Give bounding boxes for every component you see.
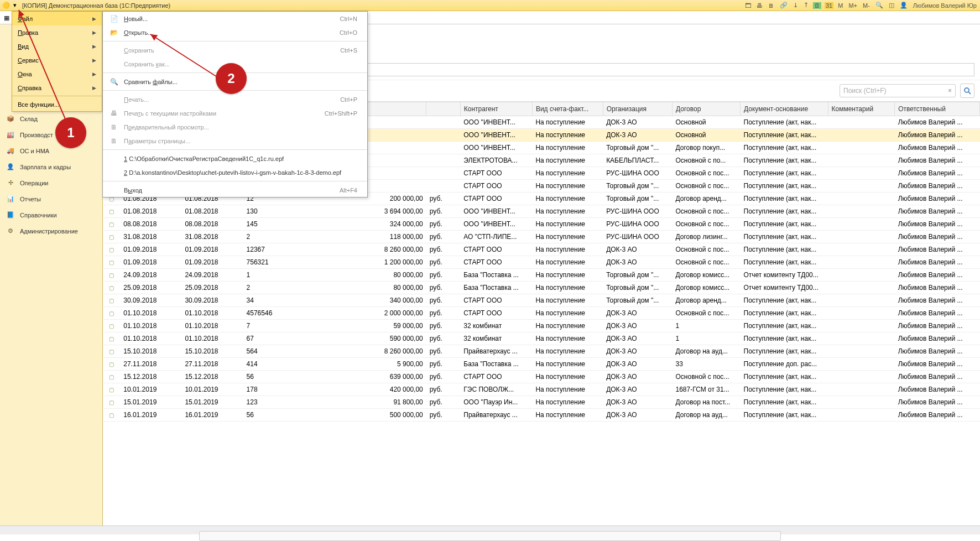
- table-row[interactable]: ▢10.01.201910.01.2019178420 000,00руб.ГЭ…: [103, 383, 980, 396]
- column-header[interactable]: [426, 102, 461, 116]
- user-icon: 👤: [899, 2, 909, 9]
- table-row[interactable]: ▢30.09.201830.09.201834340 000,00руб.СТА…: [103, 294, 980, 307]
- search-placeholder: Поиск (Ctrl+F): [843, 87, 887, 95]
- sidebar-icon: 🏭: [7, 131, 14, 138]
- submenu-item[interactable]: 📄Новый...Ctrl+N: [103, 12, 367, 25]
- download-icon[interactable]: ⤒: [802, 2, 810, 9]
- svg-line-1: [968, 92, 971, 94]
- submenu-item[interactable]: 1 C:\Обработки\ОчисткаРегистраСведений1C…: [103, 152, 367, 165]
- doc-icon[interactable]: 🗎: [767, 2, 775, 9]
- search-input[interactable]: Поиск (Ctrl+F) ×: [840, 84, 956, 97]
- table-row[interactable]: ▢16.01.201916.01.201956500 000,00руб.Пра…: [103, 409, 980, 422]
- table-row[interactable]: ▢01.10.201801.10.201867590 000,00руб.32 …: [103, 332, 980, 345]
- table-row[interactable]: ▢08.08.201808.08.2018145324 000,00руб.ОО…: [103, 218, 980, 231]
- column-header[interactable]: Документ-основание: [741, 102, 828, 116]
- sidebar-item[interactable]: 📦Склад: [0, 111, 102, 127]
- sidebar-item[interactable]: 📘Справочники: [0, 207, 102, 223]
- m-plus-button[interactable]: M+: [847, 2, 858, 9]
- sidebar-icon: ✢: [7, 179, 14, 186]
- sidebar-icon: 🚚: [7, 147, 14, 154]
- menu-item[interactable]: Все функции...: [12, 97, 102, 111]
- sidebar-icon: 📦: [7, 115, 14, 122]
- table-row[interactable]: ▢01.10.201801.10.201845765462 000 000,00…: [103, 307, 980, 320]
- title-bar: 🟡 ▾ [КОПИЯ] Демонстрационная база (1С:Пр…: [0, 0, 980, 11]
- zoom-icon[interactable]: 🔍: [874, 2, 884, 9]
- column-header[interactable]: Комментарий: [828, 102, 895, 116]
- submenu-item: 🖶Печать с текущими настройкамиCtrl+Shift…: [103, 106, 367, 120]
- file-submenu-panel: 📄Новый...Ctrl+N📂Открыть...Ctrl+OСохранит…: [102, 11, 368, 197]
- table-row[interactable]: ▢15.12.201815.12.201856639 000,00руб.СТА…: [103, 371, 980, 383]
- clear-search-icon[interactable]: ×: [948, 87, 952, 95]
- table-row[interactable]: ▢31.08.201831.08.20182118 000,00руб.АО "…: [103, 231, 980, 243]
- window-title: [КОПИЯ] Демонстрационная база (1С:Предпр…: [22, 2, 170, 9]
- title-toolbar: 🗔 🖶 🗎 🔗 ⤓ ⤒ 🗓 31 M M+ M- 🔍 ◫ 👤 Любимов В…: [744, 2, 978, 9]
- submenu-item[interactable]: ВыходAlt+F4: [103, 183, 367, 197]
- sidebar-item[interactable]: 🏭Производст: [0, 127, 102, 143]
- sidebar-icon: 📘: [7, 211, 14, 219]
- link-icon[interactable]: 🔗: [779, 2, 789, 9]
- table-row[interactable]: ▢01.09.201801.09.20187563211 200 000,00р…: [103, 256, 980, 269]
- submenu-item[interactable]: 2 D:\a.konstantinov\Desktop\uchet-putevi…: [103, 165, 367, 179]
- app-logo-icon: 🟡: [2, 2, 10, 9]
- sidebar-icon: 👤: [7, 163, 14, 170]
- table-row[interactable]: ▢01.09.201801.09.2018123678 260 000,00ру…: [103, 243, 980, 256]
- annotation-marker-1: 1: [55, 117, 86, 148]
- table-row[interactable]: ▢01.08.201801.08.20181303 694 000,00руб.…: [103, 205, 980, 218]
- sidebar-item[interactable]: ✢Операции: [0, 175, 102, 191]
- svg-point-0: [965, 88, 969, 92]
- submenu-item: 🗎Предварительный просмотр...: [103, 120, 367, 134]
- sidebar-item[interactable]: 📊Отчеты: [0, 191, 102, 207]
- submenu-item: Печать...Ctrl+P: [103, 92, 367, 106]
- taskbar-tab[interactable]: [199, 531, 781, 541]
- calc-icon[interactable]: 🗓: [813, 2, 821, 9]
- submenu-item[interactable]: 📂Открыть...Ctrl+O: [103, 25, 367, 39]
- menu-item[interactable]: Справка▶: [12, 81, 102, 95]
- upload-icon[interactable]: ⤓: [792, 2, 799, 9]
- submenu-item: СохранитьCtrl+S: [103, 43, 367, 57]
- org-field[interactable]: [270, 63, 974, 76]
- print-preview-icon[interactable]: 🗔: [744, 2, 752, 9]
- m-minus-button[interactable]: M-: [862, 2, 871, 9]
- panel-icon[interactable]: ◫: [888, 2, 895, 9]
- menu-item[interactable]: Файл▶: [12, 12, 102, 25]
- column-header[interactable]: Договор: [673, 102, 741, 116]
- column-header[interactable]: Контрагент: [460, 102, 532, 116]
- m-button[interactable]: M: [837, 2, 844, 9]
- user-name[interactable]: Любимов Валерий Юр: [912, 2, 978, 9]
- menu-item[interactable]: Правка▶: [12, 25, 102, 39]
- task-bar: [0, 534, 980, 541]
- column-header[interactable]: Ответственный: [895, 102, 980, 116]
- column-header[interactable]: Вид счета-факт...: [532, 102, 603, 116]
- column-header[interactable]: Организация: [603, 102, 672, 116]
- table-row[interactable]: ▢27.11.201827.11.20184145 900,00руб.База…: [103, 358, 980, 371]
- search-button[interactable]: [960, 84, 974, 98]
- table-row[interactable]: ▢15.01.201915.01.201912391 800,00руб.ООО…: [103, 396, 980, 409]
- main-menu-panel: Файл▶Правка▶Вид▶Сервис▶Окна▶Справка▶Все …: [12, 11, 102, 112]
- print-icon[interactable]: 🖶: [755, 2, 764, 9]
- table-row[interactable]: ▢24.09.201824.09.2018180 000,00руб.База …: [103, 269, 980, 282]
- sidebar-icon: ⚙: [7, 227, 14, 235]
- menu-item[interactable]: Окна▶: [12, 67, 102, 81]
- sidebar-item[interactable]: 👤Зарплата и кадры: [0, 159, 102, 175]
- sidebar-item[interactable]: 🚚ОС и НМА: [0, 143, 102, 159]
- annotation-marker-2: 2: [216, 63, 247, 94]
- main-menu-dropdown-icon[interactable]: ▾: [11, 2, 19, 9]
- sidebar-icon: 📊: [7, 195, 14, 202]
- menu-item[interactable]: Сервис▶: [12, 53, 102, 67]
- menu-item[interactable]: Вид▶: [12, 39, 102, 53]
- sidebar-item[interactable]: ⚙Администрирование: [0, 223, 102, 239]
- submenu-item: 🗎Параметры страницы...: [103, 134, 367, 148]
- date-badge[interactable]: 31: [825, 2, 833, 9]
- table-row[interactable]: ▢01.10.201801.10.2018759 000,00руб.32 ко…: [103, 320, 980, 332]
- table-row[interactable]: ▢25.09.201825.09.2018280 000,00руб.База …: [103, 282, 980, 294]
- table-row[interactable]: ▢15.10.201815.10.20185648 260 000,00руб.…: [103, 345, 980, 358]
